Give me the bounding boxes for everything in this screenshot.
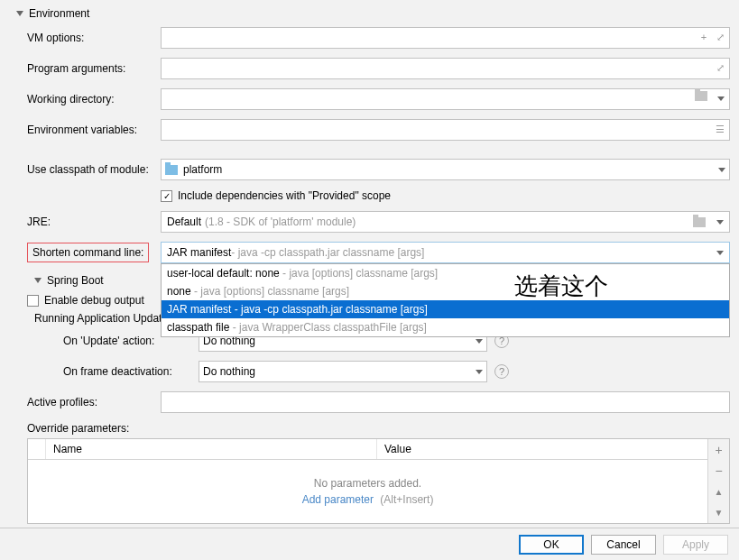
on-deactivation-label: On frame deactivation: (27, 365, 199, 378)
disclosure-triangle-icon (16, 11, 23, 16)
jre-label: JRE: (27, 216, 161, 228)
classpath-value: platform (183, 163, 715, 176)
on-deactivation-combo[interactable]: Do nothing (199, 361, 487, 382)
annotation-text: 选着这个 (514, 271, 608, 302)
combo-arrow-icon (476, 370, 483, 374)
jre-value-primary: Default (167, 216, 201, 228)
shorten-option-classpath-file[interactable]: classpath file - java WrapperClass class… (162, 318, 729, 336)
browse-folder-icon[interactable] (695, 91, 707, 101)
shorten-selected[interactable]: JAR manifest - java -cp classpath.jar cl… (161, 242, 730, 263)
move-up-button[interactable]: ▲ (708, 482, 729, 502)
shorten-cmdline-label: Shorten command line: (27, 243, 149, 262)
dialog-button-bar: OK Cancel Apply (0, 528, 739, 560)
shorten-cmdline-label-wrap: Shorten command line: (27, 243, 161, 262)
classpath-combo[interactable]: platform (161, 159, 730, 180)
ok-button[interactable]: OK (519, 535, 584, 555)
params-checkbox-col (28, 439, 46, 459)
jre-value-secondary: (1.8 - SDK of 'platform' module) (205, 216, 356, 228)
add-icon[interactable]: + (697, 30, 711, 44)
no-params-text: No parameters added. (314, 477, 421, 490)
active-profiles-label: Active profiles: (27, 396, 161, 409)
combo-arrow-icon[interactable] (711, 91, 727, 106)
expand-icon[interactable]: ⤢ (713, 60, 727, 75)
enable-debug-checkbox[interactable] (27, 295, 39, 307)
jre-combo[interactable]: Default (1.8 - SDK of 'platform' module) (161, 211, 730, 233)
combo-arrow-icon (718, 168, 725, 172)
program-args-input[interactable]: ⤢ (161, 58, 730, 79)
vm-options-label: VM options: (27, 32, 161, 44)
enable-debug-label: Enable debug output (44, 294, 144, 307)
add-parameter-hint: (Alt+Insert) (380, 493, 433, 506)
shorten-cmdline-dropdown[interactable]: JAR manifest - java -cp classpath.jar cl… (161, 242, 730, 263)
browse-folder-icon[interactable] (693, 217, 706, 227)
add-param-button[interactable]: + (708, 439, 729, 460)
spring-boot-title: Spring Boot (47, 274, 104, 287)
help-icon[interactable]: ? (494, 364, 509, 379)
working-dir-label: Working directory: (27, 93, 161, 106)
remove-param-button[interactable]: − (708, 460, 729, 481)
shorten-dropdown-list: user-local default: none - java [options… (161, 263, 730, 337)
module-folder-icon (165, 165, 178, 175)
environment-title: Environment (29, 7, 89, 20)
disclosure-triangle-icon (34, 278, 42, 283)
active-profiles-input[interactable] (161, 391, 730, 413)
add-parameter-link[interactable]: Add parameter (302, 493, 374, 506)
params-col-value: Value (377, 439, 707, 459)
env-vars-label: Environment variables: (27, 124, 161, 136)
override-params-label: Override parameters: (27, 422, 129, 435)
apply-button[interactable]: Apply (663, 535, 728, 555)
environment-section-header[interactable]: Environment (9, 4, 730, 23)
params-empty-state: No parameters added. Add parameter (Alt+… (28, 460, 707, 523)
cancel-button[interactable]: Cancel (591, 535, 656, 555)
expand-icon[interactable]: ⤢ (713, 30, 727, 44)
override-params-table: Name Value No parameters added. Add para… (27, 438, 730, 524)
combo-arrow-icon (716, 251, 724, 255)
env-vars-input[interactable]: ☰ (161, 119, 730, 141)
config-panel: Environment VM options: + ⤢ Program argu… (0, 0, 739, 528)
shorten-option-user-local[interactable]: user-local default: none - java [options… (162, 264, 729, 282)
program-args-label: Program arguments: (27, 62, 161, 75)
include-deps-checkbox[interactable]: ✓ (161, 190, 172, 202)
shorten-option-none[interactable]: none - java [options] classname [args] (162, 282, 729, 300)
working-dir-input[interactable] (161, 88, 730, 110)
combo-arrow-icon (476, 339, 483, 344)
vm-options-input[interactable]: + ⤢ (161, 27, 730, 49)
shorten-option-jar-manifest[interactable]: JAR manifest - java -cp classpath.jar cl… (162, 300, 729, 318)
move-down-button[interactable]: ▼ (708, 502, 729, 523)
include-deps-label: Include dependencies with "Provided" sco… (178, 189, 391, 202)
list-icon[interactable]: ☰ (713, 122, 727, 136)
classpath-label: Use classpath of module: (27, 163, 161, 176)
params-col-name: Name (46, 439, 377, 459)
combo-arrow-icon (716, 220, 724, 225)
